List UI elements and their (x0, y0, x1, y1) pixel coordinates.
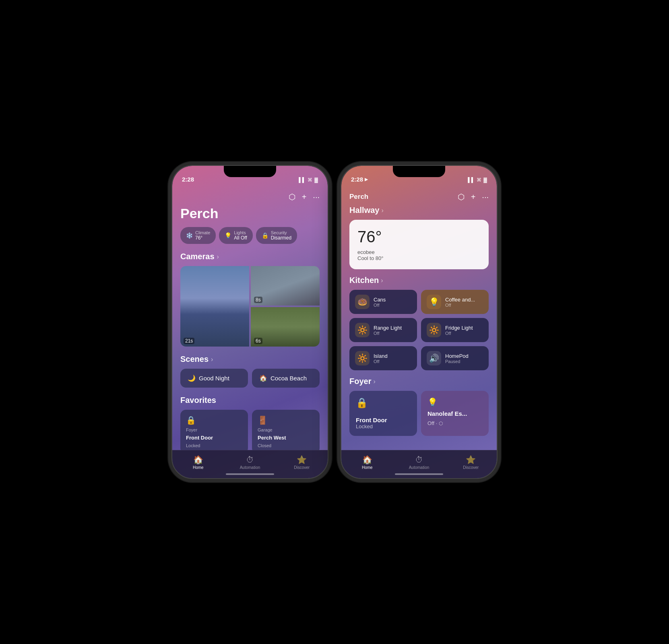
battery-icon-2: ▓ (483, 177, 487, 183)
waveform-icon-2[interactable]: ⬡ (458, 192, 465, 202)
kitchen-chevron[interactable]: › (381, 277, 383, 284)
security-icon: 🔒 (262, 232, 268, 239)
front-door-status: Locked (186, 443, 242, 448)
climate-chip-text: Climate 76° (195, 230, 210, 241)
cam1-timestamp: 21s (184, 338, 194, 344)
waveform-icon-1[interactable]: ⬡ (289, 192, 295, 202)
foyer-door-name: Front Door (356, 417, 411, 423)
phone-1-screen: 2:28 ▌▌ ⌘ ▓ ⬡ + ··· (172, 166, 328, 478)
nav-discover-label-1: Discover (294, 465, 310, 470)
camera-cell-2[interactable]: 8s (251, 266, 320, 305)
front-door-icon: 🔒 (186, 415, 242, 425)
perch-west-name: Perch West (258, 435, 314, 441)
nav-discover-2[interactable]: ⭐ Discover (445, 455, 497, 470)
fridge-light-status: Off (445, 331, 473, 336)
foyer-door-status: Locked (356, 423, 411, 429)
nav-home-1[interactable]: 🏠 Home (172, 455, 224, 470)
security-chip-value: Disarmed (271, 235, 291, 241)
fridge-light-card[interactable]: 🔆 Fridge Light Off (421, 318, 489, 342)
camera-cell-3[interactable]: 6s (251, 307, 320, 347)
wifi-icon-1: ⌘ (308, 177, 312, 183)
nav-automation-2[interactable]: ⏱ Automation (393, 455, 445, 470)
security-chip-text: Security Disarmed (271, 230, 291, 241)
nav-discover-1[interactable]: ⭐ Discover (276, 455, 328, 470)
phone-1: 2:28 ▌▌ ⌘ ▓ ⬡ + ··· (171, 165, 328, 479)
front-door-name: Front Door (186, 435, 242, 441)
lights-chip[interactable]: 💡 Lights All Off (219, 227, 252, 244)
climate-chip[interactable]: ❄️ Climate 76° (180, 227, 216, 244)
favorites-title: Favorites (180, 396, 216, 405)
homepod-status: Paused (445, 359, 469, 364)
battery-icon-1: ▓ (314, 177, 318, 183)
range-light-status: Off (374, 331, 402, 336)
foyer-nanoleaf-card[interactable]: 💡 Nanoleaf Es... Off · ⬡ (421, 391, 489, 436)
fridge-light-icon-wrap: 🔆 (427, 323, 441, 337)
nav-automation-label-1: Automation (240, 465, 260, 470)
front-door-card[interactable]: 🔒 Foyer Front Door Locked (180, 410, 248, 450)
foyer-section-header: Foyer › (349, 377, 489, 386)
island-card[interactable]: 🔆 Island Off (349, 346, 417, 370)
island-icon: 🔆 (357, 353, 368, 363)
chips-row-1: ❄️ Climate 76° 💡 Lights All Off (180, 227, 320, 244)
cam2-timestamp: 8s (254, 297, 262, 303)
nav-discover-label-2: Discover (463, 465, 479, 470)
foyer-door-card[interactable]: 🔒 Front Door Locked (349, 391, 417, 436)
cameras-section-header: Cameras › (180, 252, 320, 261)
wifi-icon-2: ⌘ (477, 177, 481, 183)
nanoleaf-icon: 💡 (427, 397, 482, 407)
cans-status: Off (374, 303, 386, 308)
lights-chip-text: Lights All Off (234, 230, 247, 241)
page-title-1: Perch (180, 206, 320, 221)
scenes-row: 🌙 Good Night 🏠 Cocoa Beach (180, 369, 320, 388)
thermostat-card[interactable]: 76° ecobee Cool to 80° (349, 220, 489, 269)
nav-home-icon-1: 🏠 (193, 455, 203, 464)
kitchen-title: Kitchen (349, 276, 379, 285)
location-icon-2: ▶ (365, 177, 368, 182)
homepod-card[interactable]: 🔊 HomePod Paused (421, 346, 489, 370)
add-icon-2[interactable]: + (471, 192, 476, 202)
cocoa-beach-icon: 🏠 (259, 374, 267, 382)
range-light-icon: 🔆 (357, 325, 368, 335)
nav-home-2[interactable]: 🏠 Home (341, 455, 393, 470)
nav-discover-icon-1: ⭐ (297, 455, 307, 464)
nav-home-label-1: Home (193, 465, 204, 470)
homepod-name: HomePod (445, 353, 469, 359)
foyer-chevron[interactable]: › (373, 378, 375, 385)
security-chip[interactable]: 🔒 Security Disarmed (256, 227, 297, 244)
home-indicator-2 (395, 473, 443, 475)
nav-home-icon-2: 🏠 (362, 455, 372, 464)
cocoa-beach-scene[interactable]: 🏠 Cocoa Beach (252, 369, 320, 388)
status-icons-1: ▌▌ ⌘ ▓ (299, 177, 318, 183)
top-bar-icons-1: ⬡ + ··· (289, 192, 320, 202)
top-bar-1: ⬡ + ··· (180, 190, 320, 206)
more-icon-2[interactable]: ··· (482, 192, 489, 202)
foyer-lock-icon: 🔒 (356, 397, 411, 409)
perch-west-card[interactable]: 🚪 Garage Perch West Closed (252, 410, 320, 450)
nanoleaf-name: Nanoleaf Es... (427, 410, 482, 417)
nav-discover-icon-2: ⭐ (466, 455, 476, 464)
cans-card[interactable]: 🍩 Cans Off (349, 290, 417, 314)
island-status: Off (374, 359, 388, 364)
good-night-scene[interactable]: 🌙 Good Night (180, 369, 248, 388)
camera-cell-1[interactable]: 21s (180, 266, 249, 347)
phone-2-screen: 2:28 ▶ ▌▌ ⌘ ▓ Perch ⬡ + ··· (341, 166, 497, 478)
thermo-mode: Cool to 80° (357, 255, 481, 261)
range-light-card[interactable]: 🔆 Range Light Off (349, 318, 417, 342)
nav-automation-1[interactable]: ⏱ Automation (224, 455, 276, 470)
add-icon-1[interactable]: + (302, 192, 307, 202)
lights-icon: 💡 (225, 232, 231, 239)
perch-west-icon: 🚪 (258, 415, 314, 425)
island-info: Island Off (374, 353, 388, 364)
phone-2: 2:28 ▶ ▌▌ ⌘ ▓ Perch ⬡ + ··· (341, 165, 498, 479)
fridge-light-name: Fridge Light (445, 325, 473, 331)
coffee-card[interactable]: 💡 Coffee and... Off (421, 290, 489, 314)
climate-chip-label: Climate (195, 230, 210, 235)
homepod-icon-wrap: 🔊 (427, 351, 441, 365)
more-icon-1[interactable]: ··· (313, 192, 320, 202)
top-bar-2: Perch ⬡ + ··· (349, 190, 489, 206)
status-time-2: 2:28 ▶ (351, 176, 368, 183)
scenes-chevron[interactable]: › (211, 356, 213, 363)
hallway-chevron[interactable]: › (381, 207, 383, 214)
cameras-chevron[interactable]: › (217, 253, 219, 260)
homepod-icon: 🔊 (429, 353, 439, 363)
